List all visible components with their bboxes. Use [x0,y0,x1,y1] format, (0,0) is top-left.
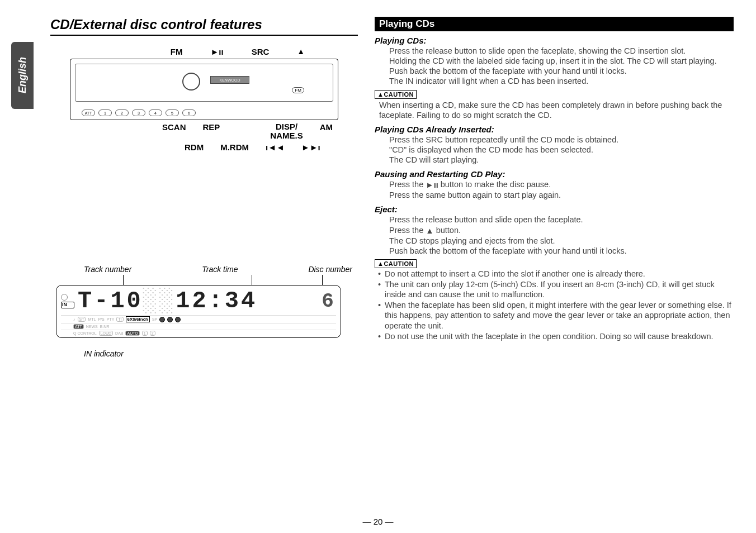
mute-icon [167,317,173,322]
disp-name-label: DISP/ NAME.S [270,122,303,140]
device-knob [182,73,200,91]
lcd-text: T-10░░12:34 [78,288,316,315]
left-column: CD/External disc control features FM ►ıı… [50,17,358,358]
bullet-item: •Do not attempt to insert a CD into the … [378,269,734,279]
page-number: — 20 — [362,517,393,526]
clock-icon [159,317,165,322]
device-fm-pill: FM [292,87,304,93]
subhead-already-inserted: Playing CDs Already Inserted: [375,125,734,134]
track-number-value: T-10 [78,288,143,315]
body-text: Press the SRC button repeatedly until th… [389,135,734,145]
device-bottom-labels-1: SCAN REP DISP/ NAME.S AM [50,122,358,140]
device-number-buttons: ATT 1 2 3 4 5 6 [82,110,196,116]
section-heading: Playing CDs [375,17,734,31]
body-text: Press the ►ıı button to make the disc pa… [389,179,734,190]
body-text: Press the release button and slide open … [389,215,734,225]
lcd-status-row: ♪ ST MTL P/S PTY TI 6X9/6inch SP [61,315,336,322]
bnr-label: B.NR [100,325,110,329]
in-indicator-caption: IN indicator [84,349,358,358]
scan-label: SCAN [162,122,186,140]
device-brand: KENWOOD [210,76,249,84]
device-top-labels: FM ►ıı SRC ▲ [50,47,358,56]
eject-icon: ▲ [297,47,305,56]
lcd-box: IN T-10░░12:34 6 ♪ ST MTL P/S PTY TI 6X9… [56,285,341,338]
ps-label: P/S [98,317,104,321]
phone-icon [175,317,181,322]
body-text: Holding the CD with the labeled side fac… [389,56,734,76]
body-text: Push back the bottom of the faceplate wi… [389,246,734,256]
device-bottom-labels-2: RDM M.RDM ı◄◄ ►►ı [50,142,358,152]
subhead-pausing: Pausing and Restarting CD Play: [375,169,734,179]
sp-label: SP [152,317,157,321]
device-screen [75,64,333,102]
body-text: Press the same button again to start pla… [389,190,734,200]
mtl-label: MTL [88,317,96,321]
body-text: The CD will start playing. [389,155,734,165]
device-btn: 3 [132,110,145,116]
eject-icon: ▲ [426,226,433,236]
pty-label: PTY [107,317,115,321]
fm-label: FM [171,47,183,56]
am-label: AM [320,122,333,140]
device-btn: 2 [115,110,129,116]
lcd-status-row3: Q CONTROL LOUD DAB AUTO 1 2 [61,330,336,336]
body-text: "CD" is displayed when the CD mode has b… [389,145,734,155]
speaker-6x9-box: 6X9/6inch [126,316,150,322]
lcd-main: IN T-10░░12:34 6 [61,288,336,315]
bullet-item: •When the faceplate has been slid open, … [378,300,734,330]
caution-text: When inserting a CD, make sure the CD ha… [379,100,734,120]
qcontrol-label: Q CONTROL [73,331,97,335]
one-pill: 1 [142,331,148,336]
auto-pill: AUTO [125,331,139,336]
disc-number-value: 6 [319,290,336,313]
prev-icon: ı◄◄ [266,142,285,152]
rdm-label: RDM [185,142,204,152]
device-btn: 1 [98,110,112,116]
device-diagram: FM ►ıı SRC ▲ KENWOOD FM ATT 1 2 3 4 5 6 [50,47,358,203]
content: CD/External disc control features FM ►ıı… [50,17,734,358]
caution-box: ▲CAUTION [375,259,417,268]
subhead-playing-cds: Playing CDs: [375,36,734,45]
in-indicator: IN [61,302,74,308]
src-label: SRC [252,47,270,56]
body-text: Press the release button to slide open t… [389,46,734,56]
ti-pill: TI [116,317,123,322]
track-time-label: Track time [202,265,238,274]
caution-bullets: •Do not attempt to insert a CD into the … [378,269,734,341]
lcd-left-icons: IN [61,294,74,308]
body-text: The CD stops playing and ejects from the… [389,236,734,246]
bullet-item: •The unit can only play 12-cm (5-inch) C… [378,279,734,299]
dab-label: DAB [115,331,123,335]
body-text: Press the ▲ button. [389,225,734,236]
track-time-value: 12:34 [176,288,257,315]
language-tab: English [11,42,34,109]
device-btn: 4 [149,110,162,116]
page-title: CD/External disc control features [50,17,358,36]
mrdm-label: M.RDM [220,142,249,152]
device-box: KENWOOD FM ATT 1 2 3 4 5 6 [70,59,338,120]
play-pause-icon: ►ıı [210,47,223,56]
device-btn: 5 [166,110,179,116]
news-label: NEWS [86,325,98,329]
disc-number-label: Disc number [308,265,352,274]
bullet-item: •Do not use the unit with the faceplate … [378,331,734,341]
language-label: English [17,57,29,93]
device-btn: ATT [82,110,95,116]
device-btn: 6 [182,110,196,116]
lcd-labels: Track number Track time Disc number [50,265,358,274]
lcd-diagram: Track number Track time Disc number IN T… [50,265,358,358]
lcd-leader-lines [50,275,358,285]
two-pill: 2 [150,331,155,336]
status-icon: ♪ [73,317,75,321]
next-icon: ►►ı [301,142,320,152]
play-pause-icon: ►ıı [426,180,438,190]
body-text: The IN indicator will light when a CD ha… [389,76,734,86]
rep-label: REP [203,122,220,140]
disc-icon [61,294,68,301]
lcd-status-row2: ATT NEWS B.NR [61,323,336,329]
track-number-label: Track number [84,265,131,274]
caution-box: ▲CAUTION [375,90,417,99]
right-column: Playing CDs Playing CDs: Press the relea… [375,17,734,358]
att-pill: ATT [73,324,84,329]
loud-pill: LOUD [99,331,113,336]
